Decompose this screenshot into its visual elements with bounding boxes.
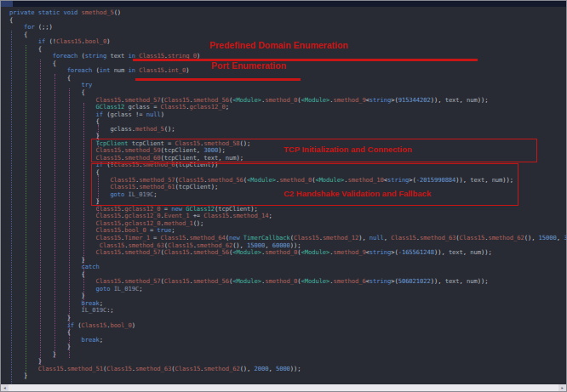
code-line: } [9, 351, 566, 359]
code-line: IL_019C:; [9, 307, 566, 315]
decompiler-window: private static void smethod_5(){ for (;;… [0, 0, 567, 392]
scroll-left-arrow[interactable]: ◂ [1, 384, 9, 391]
code-line: break; [9, 337, 566, 344]
code-line: if (Class15.bool_0) [9, 322, 566, 330]
code-line: Class15.smethod_57(Class15.smethod_56(<M… [9, 249, 566, 257]
code-line: private static void smethod_5() [9, 9, 566, 17]
code-line: try [9, 82, 566, 89]
title-bar-accent [1, 1, 13, 7]
code-line: foreach (int num in Class15.int_0) [9, 67, 566, 75]
title-bar [1, 1, 566, 7]
code-editor[interactable]: private static void smethod_5(){ for (;;… [1, 7, 566, 384]
code-line: { [9, 75, 566, 82]
code-line: { [9, 17, 566, 25]
code-line: goto IL_019C; [9, 286, 566, 293]
code-line: catch [9, 264, 566, 271]
code-line: for (;;) [9, 24, 566, 31]
code-line: foreach (string text in Class15.string_0… [9, 53, 566, 60]
scroll-right-arrow[interactable]: ▸ [558, 384, 566, 391]
code-line: } [9, 372, 566, 380]
code-line: } [9, 344, 566, 351]
code-line: Class15.smethod_51(Class15.smethod_63(Cl… [9, 366, 566, 373]
code-text: private static void smethod_5(){ for (;;… [1, 7, 566, 380]
horizontal-scrollbar[interactable]: ◂ ▸ [1, 384, 566, 391]
code-line: if (!Class15.bool_0) [9, 38, 566, 46]
